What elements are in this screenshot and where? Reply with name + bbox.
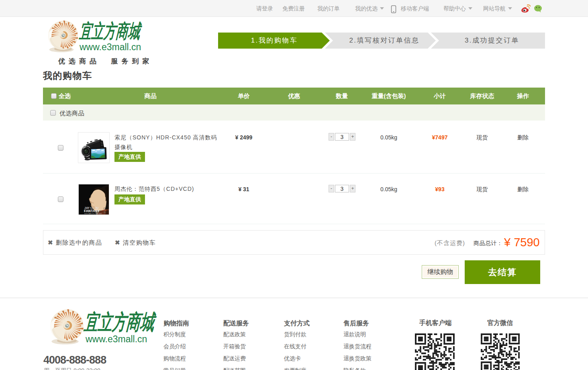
svg-text:WITH STARS OF 5 YEARS AGO: WITH STARS OF 5 YEARS AGO (84, 213, 102, 215)
svg-text:FANTASY: FANTASY (84, 209, 100, 213)
svg-text:LOVE: LOVE (103, 208, 106, 214)
